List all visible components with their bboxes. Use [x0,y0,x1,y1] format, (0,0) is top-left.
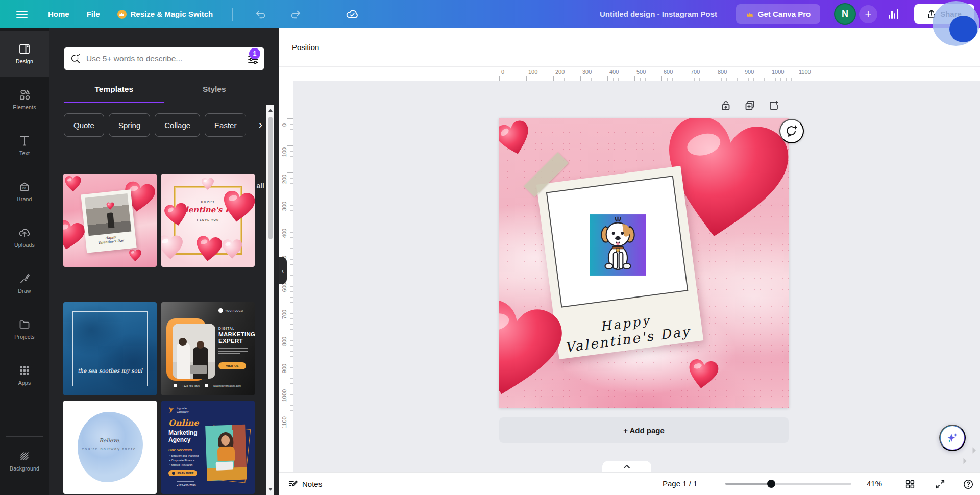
resize-magic-switch-button[interactable]: Resize & Magic Switch [117,10,213,19]
sidebar-item-uploads[interactable]: Uploads [0,214,49,260]
chip-collage[interactable]: Collage [155,113,200,137]
svg-text:co.: co. [22,186,27,190]
chip-spring[interactable]: Spring [109,113,150,137]
canva-assistant-button[interactable] [939,425,966,451]
elements-icon [18,89,31,101]
insights-button[interactable] [883,5,903,23]
mini-polaroid: Happy Valentine's Day [81,189,136,253]
page-controls [718,98,781,113]
add-member-button[interactable]: + [859,5,877,23]
scroll-corner-arrow [960,458,967,464]
heart-graphic [685,357,721,393]
heart-graphic [499,118,536,161]
zoom-slider-knob[interactable] [767,480,775,488]
template-thumb-valentine-gold-frame[interactable]: HAPPY Valentine's Day I LOVE YOU [161,174,255,267]
canvas-page[interactable]: Happy Valentine's Day [499,118,789,408]
chips-scroll-right-button[interactable]: › [240,113,264,137]
mini-photo [173,324,215,379]
get-canva-pro-button[interactable]: Get Canva Pro [736,4,820,24]
pages-panel-handle[interactable] [602,461,651,472]
main-menu-button[interactable] [13,6,31,23]
divider [714,478,714,491]
grid-view-button[interactable] [902,477,918,492]
document-title[interactable]: Untitled design - Instagram Post [600,0,717,28]
sidebar-item-text[interactable]: Text [0,122,49,168]
account-avatar[interactable]: N [834,3,856,25]
sidebar-item-draw[interactable]: Draw [0,260,49,306]
mini-logo-icon [218,308,223,313]
file-menu-button[interactable]: File [87,10,100,18]
sidebar-item-translate[interactable]: Translate [0,484,49,495]
lock-page-button[interactable] [718,98,733,113]
unlock-icon [720,100,732,112]
bar-chart-icon [889,15,890,19]
add-comment-button[interactable] [779,119,804,143]
mini-photo [205,425,247,481]
add-page-icon-button[interactable] [766,98,781,113]
tab-templates[interactable]: Templates [64,81,164,103]
template-thumb-valentine-polaroid[interactable]: Happy Valentine's Day [63,174,157,267]
templates-panel: 1 Templates Styles Quote Spring Collage … [49,28,279,495]
grid-view-icon [905,479,915,489]
zoom-slider[interactable] [725,473,851,495]
design-icon [18,43,31,55]
mini-swoosh-logo [168,406,176,414]
divider [324,8,324,21]
pro-crown-icon [117,10,127,19]
template-thumb-believe[interactable]: Believe. You're halfway there. [63,401,157,494]
apps-icon [18,364,31,377]
duplicate-page-button[interactable] [742,98,757,113]
add-page-icon [768,100,780,112]
notes-icon [288,479,298,489]
duplicate-page-icon [744,100,756,112]
canva-editor: Home File Resize & Magic Switch Untitled… [0,0,980,495]
notes-button[interactable]: Notes [283,476,327,492]
fullscreen-icon [935,479,945,489]
cloud-save-status-icon[interactable] [344,6,361,23]
sidebar-item-design[interactable]: Design [0,31,49,77]
search-filters-button[interactable]: 1 [247,53,259,65]
comment-plus-icon [785,125,798,138]
background-icon [18,450,31,462]
bottom-bar: Notes Page 1 / 1 41% [279,472,980,495]
scroll-up-arrow [268,109,273,112]
filter-count-badge: 1 [249,48,260,59]
sidebar-item-background[interactable]: Background [0,438,49,484]
zoom-percentage[interactable]: 41% [867,479,882,488]
context-toolbar: Position [279,28,980,67]
mini-frame [72,311,148,386]
panel-tabs: Templates Styles [64,81,264,103]
template-thumb-digital-marketing[interactable]: YOUR LOGO DIGITAL MARKETING EXPERT VISIT… [161,302,255,395]
template-thumb-online-agency[interactable]: Ingoude Company Online Marketing Agency … [161,401,255,494]
home-button[interactable]: Home [48,10,69,18]
fullscreen-button[interactable] [933,477,948,492]
top-bar: Home File Resize & Magic Switch Untitled… [0,0,980,28]
redo-button[interactable] [287,6,304,23]
panel-collapse-button[interactable]: ‹ [279,257,287,284]
chevron-up-icon [623,464,630,469]
panel-scrollbar[interactable] [266,105,274,495]
template-search: 1 [64,47,264,70]
position-button[interactable]: Position [287,39,324,56]
search-input[interactable] [86,54,242,63]
tab-styles[interactable]: Styles [164,81,265,103]
share-button[interactable]: Share [914,4,974,24]
sidebar-item-brand[interactable]: co. Brand [0,168,49,214]
add-page-button[interactable]: + Add page [499,417,789,443]
sidebar-item-apps[interactable]: Apps [0,352,49,398]
projects-icon [18,318,31,331]
undo-button[interactable] [252,6,270,23]
rail-divider [6,436,43,437]
help-button[interactable] [961,477,976,492]
sidebar-item-elements[interactable]: Elements [0,77,49,122]
undo-icon [255,9,266,19]
chip-quote[interactable]: Quote [64,113,104,137]
brand-icon: co. [18,181,31,193]
uploads-icon [18,227,31,239]
scroll-corner-arrow [969,447,976,454]
sidebar-item-projects[interactable]: Projects [0,306,49,352]
sparkles-icon [945,431,960,445]
template-thumb-sea-quote[interactable]: the sea soothes my soul [63,302,157,395]
scrollbar-thumb [268,117,273,239]
redo-icon [290,9,301,19]
